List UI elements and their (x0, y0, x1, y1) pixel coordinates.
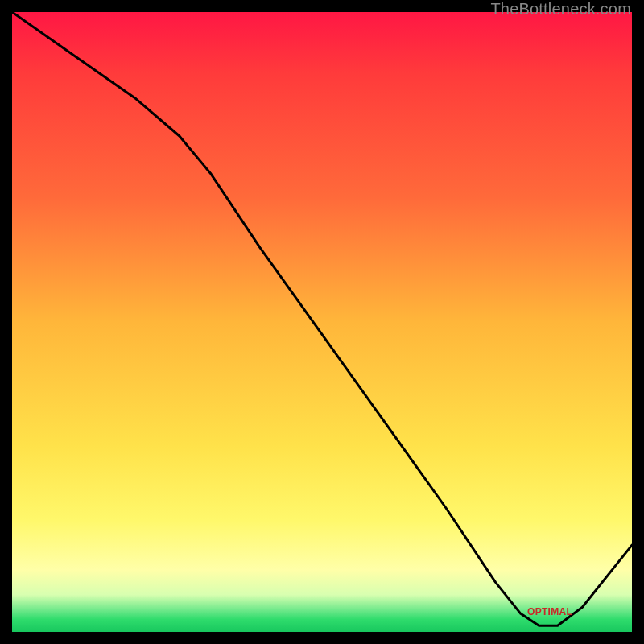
chart-line-layer (12, 12, 632, 632)
optimal-annotation: OPTIMAL (527, 606, 572, 617)
watermark-text: TheBottleneck.com (490, 0, 631, 19)
chart-series-curve (12, 12, 632, 625)
